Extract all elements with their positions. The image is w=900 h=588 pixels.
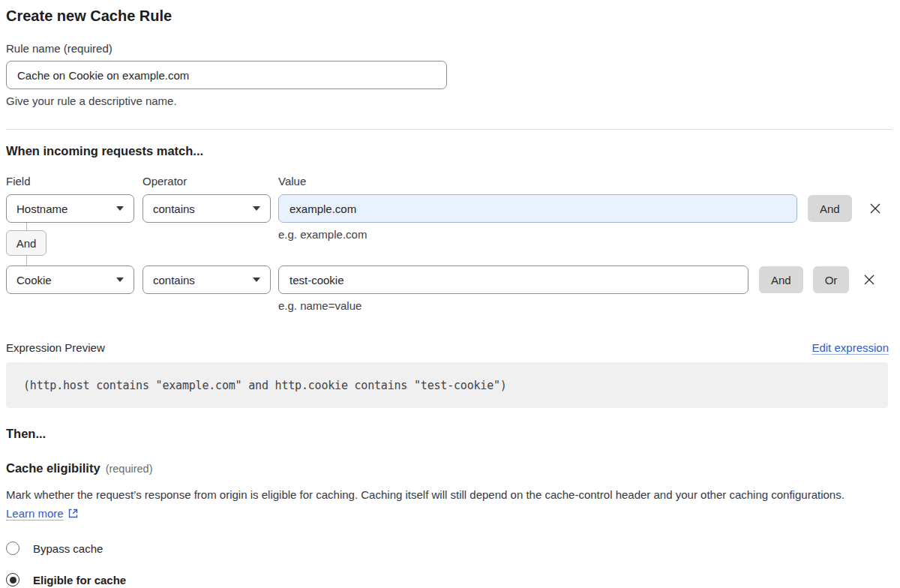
- page-title: Create new Cache Rule: [6, 8, 894, 25]
- value-column: e.g. name=value: [278, 266, 748, 312]
- chevron-down-icon: [253, 206, 260, 211]
- value-hint: e.g. name=value: [278, 299, 748, 312]
- condition-row: Cookie contains e.g. name=value And Or: [6, 266, 894, 312]
- required-tag: (required): [106, 463, 153, 475]
- operator-select[interactable]: contains: [142, 194, 271, 223]
- operator-column-label: Operator: [142, 175, 278, 188]
- expression-code-block: (http.host contains "example.com" and ht…: [6, 362, 888, 408]
- condition-value-input[interactable]: [278, 266, 748, 294]
- expression-code: (http.host contains "example.com" and ht…: [23, 379, 507, 392]
- chevron-down-icon: [116, 206, 124, 211]
- cache-eligibility-heading: Cache eligibility: [6, 461, 100, 476]
- cache-eligibility-heading-row: Cache eligibility (required): [6, 461, 894, 476]
- cache-eligibility-description: Mark whether the request’s response from…: [6, 486, 874, 524]
- external-link-icon: [68, 508, 79, 521]
- value-hint: e.g. example.com: [278, 228, 797, 241]
- create-cache-rule-page: Create new Cache Rule Rule name (require…: [0, 0, 900, 588]
- chevron-down-icon: [253, 278, 260, 282]
- operator-select-value: contains: [153, 274, 195, 286]
- match-heading: When incoming requests match...: [6, 144, 894, 158]
- field-select-value: Cookie: [16, 274, 52, 286]
- expression-preview-label: Expression Preview: [6, 341, 105, 354]
- condition-value-input[interactable]: [278, 194, 797, 223]
- field-column: Hostname And: [6, 194, 134, 266]
- section-divider: [6, 129, 892, 130]
- field-select[interactable]: Cookie: [6, 266, 134, 294]
- chevron-down-icon: [116, 278, 124, 282]
- add-and-button[interactable]: And: [808, 195, 852, 222]
- radio-selected-icon[interactable]: [6, 573, 20, 586]
- learn-more-link[interactable]: Learn more: [6, 507, 64, 520]
- radio-option-bypass-cache[interactable]: Bypass cache: [6, 542, 103, 555]
- value-column: e.g. example.com: [278, 194, 797, 241]
- then-heading: Then...: [6, 427, 894, 441]
- condition-column-labels: Field Operator Value: [6, 175, 894, 188]
- condition-row: Hostname And contains e.g. example.com A…: [6, 194, 894, 266]
- radio-option-eligible-for-cache[interactable]: Eligible for cache: [6, 573, 126, 586]
- connector-and-button[interactable]: And: [6, 230, 46, 256]
- expression-preview-header: Expression Preview Edit expression: [6, 341, 889, 354]
- field-select-value: Hostname: [16, 202, 68, 215]
- rule-name-input[interactable]: [6, 61, 447, 89]
- operator-select[interactable]: contains: [142, 266, 271, 294]
- add-and-button[interactable]: And: [759, 266, 803, 293]
- description-text: Mark whether the request’s response from…: [6, 488, 844, 501]
- field-select[interactable]: Hostname: [6, 194, 134, 223]
- add-or-button[interactable]: Or: [813, 266, 850, 293]
- operator-select-value: contains: [153, 202, 195, 215]
- close-icon[interactable]: [862, 272, 877, 287]
- radio-icon[interactable]: [6, 542, 20, 555]
- close-icon[interactable]: [868, 201, 883, 216]
- rule-name-label: Rule name (required): [6, 42, 894, 55]
- radio-label: Bypass cache: [33, 542, 103, 555]
- edit-expression-link[interactable]: Edit expression: [812, 341, 889, 354]
- radio-label: Eligible for cache: [33, 574, 126, 586]
- rule-name-helper: Give your rule a descriptive name.: [6, 94, 894, 107]
- condition-connector: And: [6, 223, 134, 266]
- value-column-label: Value: [278, 175, 306, 188]
- field-column-label: Field: [6, 175, 142, 188]
